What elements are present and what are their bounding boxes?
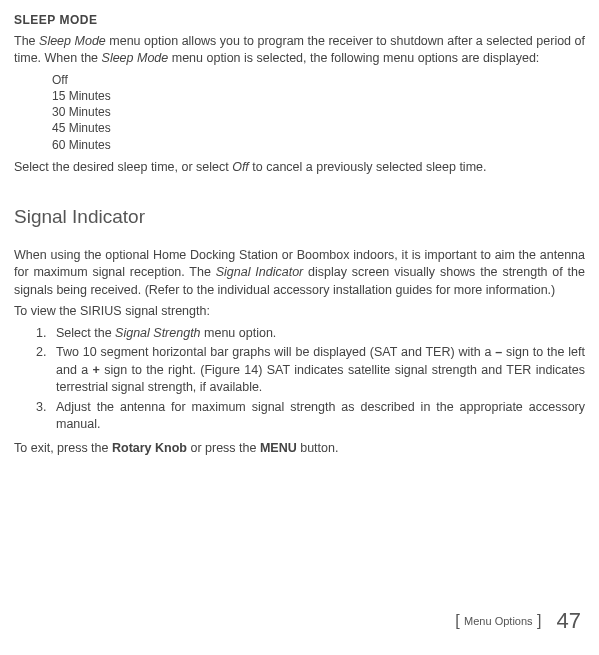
text: menu option. xyxy=(201,326,277,340)
sleep-mode-closing: Select the desired sleep time, or select… xyxy=(14,159,585,177)
off-term: Off xyxy=(232,160,249,174)
option-15: 15 Minutes xyxy=(52,88,585,104)
page-number: 47 xyxy=(557,608,581,633)
signal-strength-term: Signal Strength xyxy=(115,326,200,340)
signal-indicator-para2: To view the SIRIUS signal strength: xyxy=(14,303,585,321)
text: Select the desired sleep time, or select xyxy=(14,160,232,174)
step-2: 2. Two 10 segment horizontal bar graphs … xyxy=(36,344,585,397)
sleep-mode-header: SLEEP MODE xyxy=(14,12,585,29)
sleep-mode-options: Off 15 Minutes 30 Minutes 45 Minutes 60 … xyxy=(52,72,585,153)
rotary-knob-term: Rotary Knob xyxy=(112,441,187,455)
text: To exit, press the xyxy=(14,441,112,455)
step-1: 1. Select the Signal Strength menu optio… xyxy=(36,325,585,343)
text: sign to the right. (Figure 14) SAT indic… xyxy=(56,363,585,395)
step-content: Two 10 segment horizontal bar graphs wil… xyxy=(56,344,585,397)
plus-sign: + xyxy=(93,363,100,377)
footer-label: Menu Options xyxy=(464,615,532,627)
step-content: Select the Signal Strength menu option. xyxy=(56,325,585,343)
option-60: 60 Minutes xyxy=(52,137,585,153)
step-content: Adjust the antenna for maximum signal st… xyxy=(56,399,585,434)
signal-indicator-term: Signal Indicator xyxy=(216,265,304,279)
sleep-mode-term: Sleep Mode xyxy=(102,51,169,65)
text: menu option is selected, the following m… xyxy=(168,51,539,65)
signal-indicator-title: Signal Indicator xyxy=(14,204,585,231)
text: The xyxy=(14,34,39,48)
signal-indicator-para1: When using the optional Home Docking Sta… xyxy=(14,247,585,300)
option-45: 45 Minutes xyxy=(52,120,585,136)
text: button. xyxy=(297,441,339,455)
option-off: Off xyxy=(52,72,585,88)
text: Two 10 segment horizontal bar graphs wil… xyxy=(56,345,495,359)
step-number: 1. xyxy=(36,325,56,343)
exit-instruction: To exit, press the Rotary Knob or press … xyxy=(14,440,585,458)
option-30: 30 Minutes xyxy=(52,104,585,120)
sleep-mode-intro: The Sleep Mode menu option allows you to… xyxy=(14,33,585,68)
page-footer: [ Menu Options ] 47 xyxy=(455,606,581,637)
step-number: 2. xyxy=(36,344,56,397)
text: to cancel a previously selected sleep ti… xyxy=(249,160,487,174)
menu-button-term: MENU xyxy=(260,441,297,455)
signal-steps: 1. Select the Signal Strength menu optio… xyxy=(36,325,585,434)
step-3: 3. Adjust the antenna for maximum signal… xyxy=(36,399,585,434)
text: or press the xyxy=(187,441,260,455)
bracket-right: ] xyxy=(533,612,542,629)
bracket-left: [ xyxy=(455,612,464,629)
sleep-mode-term: Sleep Mode xyxy=(39,34,106,48)
text: Select the xyxy=(56,326,115,340)
step-number: 3. xyxy=(36,399,56,434)
